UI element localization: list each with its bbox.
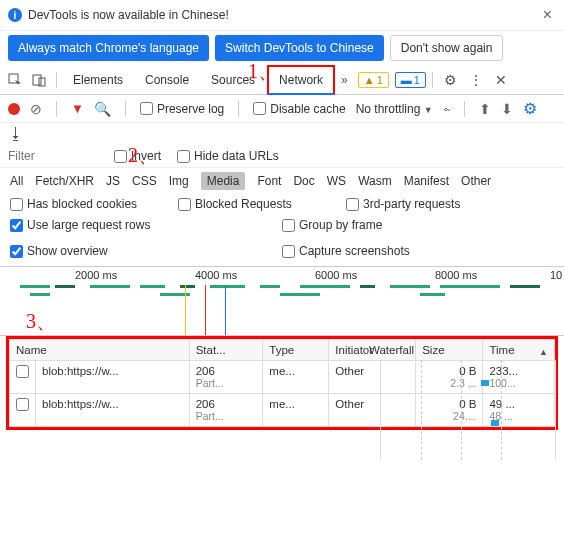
disable-cache-checkbox[interactable]: Disable cache [253,102,345,116]
type-media[interactable]: Media [201,172,246,190]
clear-icon[interactable]: ⊘ [30,101,42,117]
type-ws[interactable]: WS [327,174,346,188]
upload-icon[interactable]: ⬆ [479,101,491,117]
time-mark: 6000 ms [315,269,357,281]
type-fetch[interactable]: Fetch/XHR [35,174,94,188]
waterfall-area [380,360,556,460]
separator [238,101,239,117]
filter-icon[interactable]: ▼ [71,101,84,116]
col-status[interactable]: Stat... [189,340,263,361]
cell-type: me... [263,394,329,427]
invert-checkbox[interactable]: Invert [114,149,161,163]
filter-input[interactable] [8,149,98,163]
separator [125,101,126,117]
type-manifest[interactable]: Manifest [404,174,449,188]
close-panel-icon[interactable]: ✕ [490,72,512,88]
col-name[interactable]: Name [10,340,190,361]
export-icon[interactable]: ⭳ [8,125,24,142]
preserve-log-checkbox[interactable]: Preserve log [140,102,224,116]
table-header-row: Name Stat... Type Initiator Size Time [10,340,555,361]
close-icon[interactable]: × [539,6,556,24]
resource-types: All Fetch/XHR JS CSS Img Media Font Doc … [0,168,564,194]
separator [56,72,57,88]
timeline-bars [0,285,564,333]
third-party-checkbox[interactable]: 3rd-party requests [346,197,496,211]
cell-status: 206Part... [189,394,263,427]
type-doc[interactable]: Doc [293,174,314,188]
options-row-1: Has blocked cookies Blocked Requests 3rd… [0,194,564,214]
hide-data-urls-checkbox[interactable]: Hide data URLs [177,149,279,163]
cell-name: blob:https://w... [36,361,190,394]
time-mark: 8000 ms [435,269,477,281]
sort-icon: ▲ [539,347,548,357]
type-all[interactable]: All [10,174,23,188]
info-icon: i [8,8,22,22]
settings-icon[interactable]: ⚙ [439,72,462,88]
separator [464,101,465,117]
time-mark: 4000 ms [195,269,237,281]
col-size[interactable]: Size [416,340,483,361]
dont-show-button[interactable]: Don't show again [390,35,504,61]
capture-checkbox[interactable]: Capture screenshots [282,244,554,258]
time-mark: 2000 ms [75,269,117,281]
more-icon[interactable]: ⋮ [464,72,488,88]
record-icon[interactable] [8,103,20,115]
options-row-2: Use large request rows Group by frame [0,214,564,240]
separator [56,101,57,117]
toolbar-second: ⭳ [0,123,564,145]
group-frame-checkbox[interactable]: Group by frame [282,218,554,232]
type-img[interactable]: Img [169,174,189,188]
throttling-select[interactable]: No throttling ▼ [356,102,433,116]
type-font[interactable]: Font [257,174,281,188]
infobar-buttons: Always match Chrome's language Switch De… [0,31,564,65]
large-rows-checkbox[interactable]: Use large request rows [10,218,282,232]
cell-status: 206Part... [189,361,263,394]
tab-network[interactable]: Network [267,65,335,95]
switch-chinese-button[interactable]: Switch DevTools to Chinese [215,35,384,61]
download-icon[interactable]: ⬇ [501,101,513,117]
infobar: i DevTools is now available in Chinese! … [0,0,564,31]
time-mark: 10 [550,269,562,281]
blocked-cookies-checkbox[interactable]: Has blocked cookies [10,197,160,211]
tab-console[interactable]: Console [135,67,199,93]
device-icon[interactable] [28,73,50,87]
tab-elements[interactable]: Elements [63,67,133,93]
separator [432,72,433,88]
network-toolbar: ⊘ ▼ 🔍 Preserve log Disable cache No thro… [0,95,564,123]
inspect-icon[interactable] [4,73,26,87]
match-language-button[interactable]: Always match Chrome's language [8,35,209,61]
col-type[interactable]: Type [263,340,329,361]
row-checkbox[interactable] [16,398,29,411]
network-settings-icon[interactable]: ⚙ [523,99,537,118]
infobar-message: DevTools is now available in Chinese! [28,8,533,22]
warning-badge[interactable]: ▲1 [358,72,389,88]
overview-checkbox[interactable]: Show overview [10,244,282,258]
search-icon[interactable]: 🔍 [94,101,111,117]
blocked-requests-checkbox[interactable]: Blocked Requests [178,197,328,211]
more-tabs-icon[interactable]: » [337,73,352,87]
cell-name: blob:https://w... [36,394,190,427]
row-checkbox[interactable] [16,365,29,378]
cell-type: me... [263,361,329,394]
filter-row: Invert Hide data URLs [0,145,564,168]
type-css[interactable]: CSS [132,174,157,188]
type-js[interactable]: JS [106,174,120,188]
wifi-icon[interactable]: ⧜ [443,101,450,117]
timeline-overview[interactable]: 2000 ms 4000 ms 6000 ms 8000 ms 10 [0,266,564,336]
svg-rect-1 [33,75,41,85]
panel-tabs: Elements Console Sources Network » ▲1 ▬1… [0,65,564,95]
type-wasm[interactable]: Wasm [358,174,392,188]
col-waterfall[interactable]: Waterfall [369,344,414,356]
issues-badge[interactable]: ▬1 [395,72,426,88]
type-other[interactable]: Other [461,174,491,188]
tab-sources[interactable]: Sources [201,67,265,93]
options-row-3: Show overview Capture screenshots [0,240,564,266]
